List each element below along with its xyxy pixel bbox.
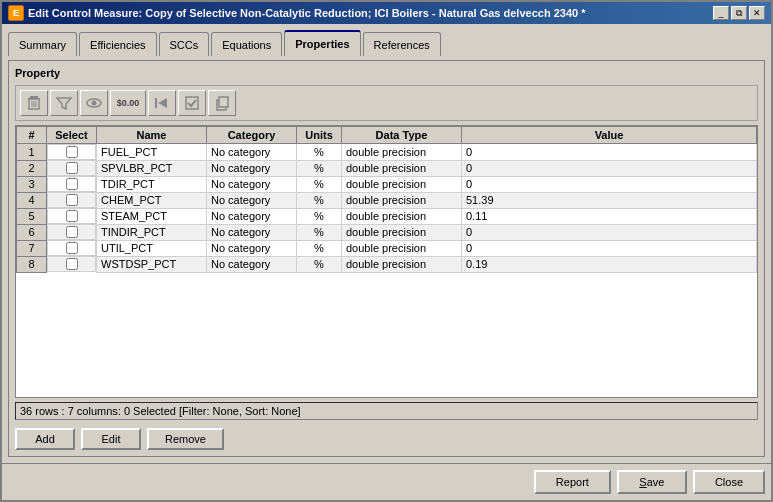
table-row: 7UTIL_PCTNo category%double precision0	[17, 240, 757, 256]
title-bar-left: E Edit Control Measure: Copy of Selectiv…	[8, 5, 585, 21]
cell-units: %	[297, 208, 342, 224]
col-header-select: Select	[47, 127, 97, 144]
row-checkbox[interactable]	[66, 226, 78, 238]
toolbar: $0.00	[15, 85, 758, 121]
cell-select[interactable]	[47, 256, 96, 272]
cell-category: No category	[207, 176, 297, 192]
action-buttons: Add Edit Remove	[15, 428, 758, 450]
check-button[interactable]	[178, 90, 206, 116]
svg-point-8	[92, 101, 97, 106]
svg-rect-13	[219, 97, 228, 107]
tab-sccs[interactable]: SCCs	[159, 32, 210, 56]
tab-references[interactable]: References	[363, 32, 441, 56]
row-checkbox[interactable]	[66, 178, 78, 190]
cell-select[interactable]	[47, 160, 96, 176]
cell-value: 0	[462, 144, 757, 161]
row-checkbox[interactable]	[66, 242, 78, 254]
cell-select[interactable]	[47, 192, 96, 208]
title-controls: _ ⧉ ✕	[713, 6, 765, 20]
filter-button[interactable]	[50, 90, 78, 116]
cell-units: %	[297, 160, 342, 176]
table-row: 5STEAM_PCTNo category%double precision0.…	[17, 208, 757, 224]
row-checkbox[interactable]	[66, 258, 78, 270]
cell-value: 0.11	[462, 208, 757, 224]
main-window: E Edit Control Measure: Copy of Selectiv…	[0, 0, 773, 502]
cell-select[interactable]	[47, 144, 96, 160]
remove-button[interactable]: Remove	[147, 428, 224, 450]
cell-datatype: double precision	[342, 144, 462, 161]
cell-num: 6	[17, 224, 47, 240]
col-header-num: #	[17, 127, 47, 144]
table-header-row: # Select Name Category Units Data Type V…	[17, 127, 757, 144]
cell-num: 4	[17, 192, 47, 208]
report-button[interactable]: Report	[534, 470, 611, 494]
cell-datatype: double precision	[342, 208, 462, 224]
view-button[interactable]	[80, 90, 108, 116]
cell-category: No category	[207, 208, 297, 224]
cell-value: 0	[462, 160, 757, 176]
table-row: 1FUEL_PCTNo category%double precision0	[17, 144, 757, 161]
row-checkbox[interactable]	[66, 146, 78, 158]
properties-table-container[interactable]: # Select Name Category Units Data Type V…	[15, 125, 758, 398]
close-window-button[interactable]: ✕	[749, 6, 765, 20]
cell-units: %	[297, 224, 342, 240]
cell-num: 7	[17, 240, 47, 256]
cell-num: 2	[17, 160, 47, 176]
cell-category: No category	[207, 256, 297, 272]
tab-equations[interactable]: Equations	[211, 32, 282, 56]
cell-datatype: double precision	[342, 192, 462, 208]
copy-button[interactable]	[208, 90, 236, 116]
col-header-datatype: Data Type	[342, 127, 462, 144]
close-button[interactable]: Close	[693, 470, 765, 494]
cell-datatype: double precision	[342, 256, 462, 272]
cell-value: 51.39	[462, 192, 757, 208]
add-button[interactable]: Add	[15, 428, 75, 450]
delete-button[interactable]	[20, 90, 48, 116]
tab-efficiencies[interactable]: Efficiencies	[79, 32, 156, 56]
edit-button[interactable]: Edit	[81, 428, 141, 450]
cell-name: STEAM_PCT	[97, 208, 207, 224]
first-icon	[153, 94, 171, 112]
cell-units: %	[297, 256, 342, 272]
content-area: Summary Efficiencies SCCs Equations Prop…	[2, 24, 771, 463]
cell-category: No category	[207, 192, 297, 208]
cell-name: SPVLBR_PCT	[97, 160, 207, 176]
table-row: 2SPVLBR_PCTNo category%double precision0	[17, 160, 757, 176]
cell-num: 1	[17, 144, 47, 161]
cell-select[interactable]	[47, 224, 96, 240]
cell-select[interactable]	[47, 240, 96, 256]
row-checkbox[interactable]	[66, 162, 78, 174]
cost-button[interactable]: $0.00	[110, 90, 146, 116]
table-row: 4CHEM_PCTNo category%double precision51.…	[17, 192, 757, 208]
cell-select[interactable]	[47, 176, 96, 192]
first-button[interactable]	[148, 90, 176, 116]
table-row: 8WSTDSP_PCTNo category%double precision0…	[17, 256, 757, 272]
cell-value: 0	[462, 224, 757, 240]
tab-summary[interactable]: Summary	[8, 32, 77, 56]
table-row: 6TINDIR_PCTNo category%double precision0	[17, 224, 757, 240]
tab-properties[interactable]: Properties	[284, 30, 360, 56]
restore-button[interactable]: ⧉	[731, 6, 747, 20]
cell-category: No category	[207, 240, 297, 256]
save-button[interactable]: Save	[617, 470, 687, 494]
col-header-category: Category	[207, 127, 297, 144]
cell-units: %	[297, 192, 342, 208]
properties-table: # Select Name Category Units Data Type V…	[16, 126, 757, 273]
cell-num: 3	[17, 176, 47, 192]
cell-num: 8	[17, 256, 47, 272]
cell-name: UTIL_PCT	[97, 240, 207, 256]
row-checkbox[interactable]	[66, 194, 78, 206]
panel-title: Property	[15, 67, 758, 79]
cell-units: %	[297, 144, 342, 161]
window-title: Edit Control Measure: Copy of Selective …	[28, 7, 585, 19]
cell-select[interactable]	[47, 208, 96, 224]
col-header-value: Value	[462, 127, 757, 144]
svg-marker-6	[57, 98, 71, 109]
minimize-button[interactable]: _	[713, 6, 729, 20]
svg-rect-11	[186, 97, 198, 109]
cell-units: %	[297, 240, 342, 256]
bottom-bar: Report Save Close	[2, 463, 771, 500]
cell-name: WSTDSP_PCT	[97, 256, 207, 272]
row-checkbox[interactable]	[66, 210, 78, 222]
cell-datatype: double precision	[342, 176, 462, 192]
